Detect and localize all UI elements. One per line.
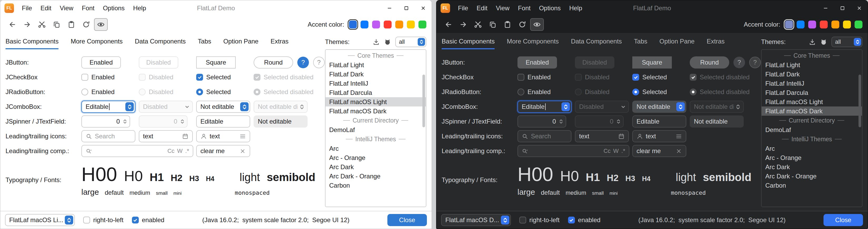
combobox-arrow-icon[interactable] <box>676 102 685 111</box>
tab-basic-components[interactable]: Basic Components <box>5 34 59 49</box>
accent-swatch-blue[interactable] <box>361 21 368 28</box>
editable-textfield[interactable]: Editable <box>632 115 686 127</box>
date-field[interactable]: text <box>139 130 193 142</box>
theme-item[interactable]: Carbon <box>762 181 862 190</box>
theme-item[interactable]: Arc Dark - Orange <box>326 172 426 181</box>
theme-item[interactable]: FlatLaf Darcula <box>762 88 862 97</box>
editable-textfield[interactable]: Editable <box>196 115 250 127</box>
user-field[interactable]: text <box>196 130 250 142</box>
right-to-left-checkbox[interactable]: right-to-left <box>519 216 560 224</box>
theme-item[interactable]: FlatLaf Light <box>326 60 426 69</box>
combobox-arrow-icon[interactable] <box>418 38 425 46</box>
minimize-button[interactable] <box>381 0 398 16</box>
maximize-button[interactable] <box>834 0 851 16</box>
search-dropdown-icon[interactable] <box>522 148 528 154</box>
theme-item[interactable]: Arc Dark <box>326 162 426 172</box>
copy-button[interactable] <box>50 18 63 31</box>
checkbox-selected[interactable]: Selected <box>196 74 254 81</box>
github-button[interactable] <box>820 38 827 46</box>
calendar-icon[interactable] <box>182 133 189 140</box>
accent-swatch-orange[interactable] <box>831 21 839 28</box>
theme-item[interactable]: FlatLaf Dark <box>326 69 426 79</box>
theme-filter-combo[interactable]: all <box>395 37 426 47</box>
tab-extras[interactable]: Extras <box>707 34 724 49</box>
theme-item[interactable]: FlatLaf IntelliJ <box>326 79 426 88</box>
accent-swatch-yellow[interactable] <box>843 21 851 28</box>
menu-options[interactable]: Options <box>535 0 565 16</box>
theme-item[interactable]: FlatLaf macOS Dark <box>762 107 862 116</box>
menu-help[interactable]: Help <box>129 0 150 16</box>
tab-more-components[interactable]: More Components <box>507 34 559 49</box>
square-button[interactable]: Square <box>196 56 236 68</box>
tab-tabs[interactable]: Tabs <box>634 34 647 49</box>
combobox-arrow-icon[interactable] <box>501 216 509 225</box>
enabled-checkbox[interactable]: enabled <box>132 216 164 224</box>
themes-list[interactable]: Core Themes FlatLaf Light FlatLaf Dark F… <box>761 49 863 207</box>
regex-button[interactable]: .* <box>185 148 189 154</box>
forward-button[interactable] <box>456 18 470 31</box>
theme-item[interactable]: FlatLaf macOS Light <box>762 97 862 107</box>
close-window-button[interactable] <box>415 0 432 16</box>
close-window-button[interactable] <box>851 0 868 16</box>
back-button[interactable] <box>442 18 455 31</box>
scrollbar[interactable] <box>423 51 425 205</box>
paste-button[interactable] <box>64 18 78 31</box>
close-button[interactable]: Close <box>388 214 427 226</box>
calendar-icon[interactable] <box>618 133 625 140</box>
tab-basic-components[interactable]: Basic Components <box>442 34 495 49</box>
radio-enabled[interactable]: Enabled <box>518 88 575 96</box>
help-button-secondary[interactable]: ? <box>313 57 325 68</box>
combobox-editable[interactable]: Editable <box>82 101 135 113</box>
menu-options[interactable]: Options <box>99 0 129 16</box>
accent-swatch-purple[interactable] <box>808 21 816 28</box>
clear-icon[interactable] <box>239 148 246 154</box>
search-dropdown-icon[interactable] <box>86 148 92 154</box>
theme-item[interactable]: FlatLaf macOS Light <box>326 97 426 107</box>
copy-button[interactable] <box>486 18 500 31</box>
round-button[interactable]: Round <box>690 56 729 68</box>
accent-swatch-red[interactable] <box>384 21 392 28</box>
radio-selected[interactable]: Selected <box>196 88 254 96</box>
checkbox-enabled[interactable]: Enabled <box>82 74 139 81</box>
spinner-arrows-icon[interactable] <box>559 119 563 124</box>
theme-item[interactable]: FlatLaf macOS Dark <box>326 107 426 116</box>
search-field[interactable]: Search <box>82 130 135 142</box>
cut-button[interactable] <box>471 18 485 31</box>
scrollbar-thumb[interactable] <box>423 75 425 127</box>
menu-font[interactable]: Font <box>514 0 535 16</box>
menu-font[interactable]: Font <box>78 0 99 16</box>
checkbox-selected[interactable]: Selected <box>632 74 690 81</box>
tab-data-components[interactable]: Data Components <box>135 34 186 49</box>
help-button-secondary[interactable]: ? <box>749 57 761 68</box>
minimize-button[interactable] <box>817 0 834 16</box>
accent-swatch-orange[interactable] <box>395 21 403 28</box>
enabled-checkbox[interactable]: enabled <box>568 216 600 224</box>
scrollbar[interactable] <box>859 51 861 205</box>
date-field[interactable]: text <box>575 130 629 142</box>
theme-item[interactable]: Arc <box>326 144 426 153</box>
radio-enabled[interactable]: Enabled <box>82 88 139 96</box>
theme-item[interactable]: DemoLaf <box>326 125 426 134</box>
spinner[interactable]: 0 <box>82 115 130 127</box>
combobox-arrow-icon[interactable] <box>561 102 570 111</box>
square-button[interactable]: Square <box>632 56 672 68</box>
tab-data-components[interactable]: Data Components <box>571 34 622 49</box>
menu-edit[interactable]: Edit <box>36 0 56 16</box>
menu-list-icon[interactable] <box>239 133 246 140</box>
theme-selector-combo[interactable]: FlatLaf macOS Li... <box>5 214 75 226</box>
theme-item[interactable]: Arc - Orange <box>762 153 862 162</box>
close-button[interactable]: Close <box>824 214 863 226</box>
theme-item[interactable]: Arc <box>762 144 862 153</box>
menu-list-icon[interactable] <box>676 133 682 140</box>
help-button[interactable]: ? <box>297 57 309 68</box>
download-button[interactable] <box>809 38 816 46</box>
theme-item[interactable]: Arc Dark - Orange <box>762 172 862 181</box>
enabled-button[interactable]: Enabled <box>518 56 557 68</box>
theme-item[interactable]: FlatLaf IntelliJ <box>762 79 862 88</box>
combobox-not-editable[interactable]: Not editable <box>632 101 686 113</box>
theme-filter-combo[interactable]: all <box>831 37 863 47</box>
menu-edit[interactable]: Edit <box>472 0 492 16</box>
whole-word-button[interactable]: W <box>177 148 183 154</box>
scrollbar-thumb[interactable] <box>859 75 861 127</box>
match-case-button[interactable]: Cc <box>167 148 175 154</box>
